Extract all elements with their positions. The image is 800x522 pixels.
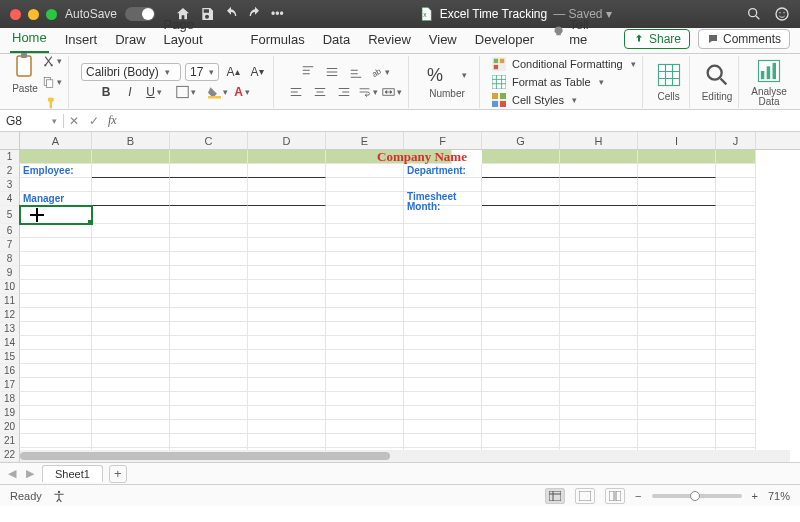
cell[interactable] (560, 322, 638, 336)
cell[interactable] (404, 308, 482, 322)
cell[interactable] (560, 266, 638, 280)
cell[interactable] (482, 350, 560, 364)
cell[interactable] (248, 308, 326, 322)
wrap-text-icon[interactable] (358, 83, 378, 101)
cell[interactable] (326, 378, 404, 392)
cell[interactable] (92, 322, 170, 336)
cell[interactable] (326, 252, 404, 266)
cell[interactable] (404, 406, 482, 420)
col-header[interactable]: H (560, 132, 638, 149)
row-header[interactable]: 15 (0, 350, 20, 364)
number-format-dropdown[interactable] (453, 66, 473, 84)
cell[interactable] (638, 364, 716, 378)
cut-icon[interactable] (42, 52, 62, 70)
cell[interactable] (716, 392, 756, 406)
cell[interactable] (326, 364, 404, 378)
cell[interactable] (326, 178, 404, 192)
cell[interactable] (170, 178, 248, 192)
cell[interactable] (326, 192, 404, 206)
cell[interactable] (170, 150, 248, 164)
normal-view-icon[interactable] (545, 488, 565, 504)
find-icon[interactable] (703, 61, 731, 89)
cell[interactable] (482, 266, 560, 280)
cell[interactable] (560, 164, 638, 178)
zoom-out-button[interactable]: − (635, 490, 641, 502)
row-header[interactable]: 2 (0, 164, 20, 178)
copy-icon[interactable] (42, 73, 62, 91)
cell[interactable] (560, 406, 638, 420)
page-break-view-icon[interactable] (605, 488, 625, 504)
tab-data[interactable]: Data (321, 28, 352, 53)
cell[interactable] (170, 164, 248, 178)
cell[interactable] (92, 150, 170, 164)
cell[interactable] (482, 252, 560, 266)
cell[interactable] (170, 434, 248, 448)
cell[interactable] (92, 224, 170, 238)
cell[interactable] (404, 294, 482, 308)
horizontal-scrollbar[interactable] (20, 450, 790, 462)
col-header[interactable]: J (716, 132, 756, 149)
cell[interactable] (248, 178, 326, 192)
sheet-tab[interactable]: Sheet1 (42, 465, 103, 482)
cell[interactable] (20, 178, 92, 192)
cell[interactable] (92, 336, 170, 350)
cell[interactable] (716, 294, 756, 308)
row-header[interactable]: 13 (0, 322, 20, 336)
insert-cells-icon[interactable] (655, 61, 683, 89)
row-header[interactable]: 11 (0, 294, 20, 308)
cell[interactable] (716, 364, 756, 378)
active-cell[interactable] (20, 206, 92, 224)
tab-review[interactable]: Review (366, 28, 413, 53)
more-icon[interactable]: ••• (271, 7, 284, 21)
cell[interactable] (560, 294, 638, 308)
cell[interactable] (170, 336, 248, 350)
cell[interactable] (404, 364, 482, 378)
cell[interactable] (638, 224, 716, 238)
cell[interactable] (20, 406, 92, 420)
select-all-corner[interactable] (0, 132, 20, 149)
cell[interactable] (716, 252, 756, 266)
underline-button[interactable]: U (144, 83, 164, 101)
col-header[interactable]: E (326, 132, 404, 149)
cell[interactable] (404, 206, 482, 224)
cell[interactable] (20, 322, 92, 336)
cell[interactable] (404, 378, 482, 392)
zoom-slider[interactable] (652, 494, 742, 498)
borders-icon[interactable] (176, 83, 196, 101)
cell[interactable] (716, 206, 756, 224)
cell[interactable] (482, 150, 560, 164)
cell[interactable] (716, 266, 756, 280)
cell[interactable] (248, 224, 326, 238)
orientation-icon[interactable]: ab (370, 63, 390, 81)
cell[interactable] (560, 434, 638, 448)
row-header[interactable]: 18 (0, 392, 20, 406)
row-header[interactable]: 22 (0, 448, 20, 462)
smiley-icon[interactable] (774, 6, 790, 22)
font-color-icon[interactable]: A (232, 83, 252, 101)
cell[interactable] (20, 434, 92, 448)
cell[interactable] (326, 238, 404, 252)
cell[interactable]: Department: (404, 164, 482, 178)
comments-button[interactable]: Comments (698, 29, 790, 49)
cell[interactable] (248, 434, 326, 448)
cancel-formula-icon[interactable]: ✕ (64, 114, 84, 128)
align-bottom-icon[interactable] (346, 63, 366, 81)
col-header[interactable]: G (482, 132, 560, 149)
cell[interactable] (92, 206, 170, 224)
tab-tell-me[interactable]: Tell me (550, 13, 610, 53)
fill-color-icon[interactable] (208, 83, 228, 101)
cell[interactable] (170, 392, 248, 406)
cell[interactable] (482, 224, 560, 238)
cell[interactable] (326, 392, 404, 406)
cell[interactable] (404, 336, 482, 350)
cell[interactable] (248, 266, 326, 280)
add-sheet-button[interactable]: + (109, 465, 127, 483)
cell[interactable]: Company Name (374, 150, 452, 164)
search-icon[interactable] (746, 6, 762, 22)
row-header[interactable]: 6 (0, 224, 20, 238)
cell[interactable] (482, 378, 560, 392)
row-header[interactable]: 1 (0, 150, 20, 164)
scrollbar-thumb[interactable] (20, 452, 390, 460)
cell[interactable] (92, 308, 170, 322)
cell[interactable] (716, 322, 756, 336)
